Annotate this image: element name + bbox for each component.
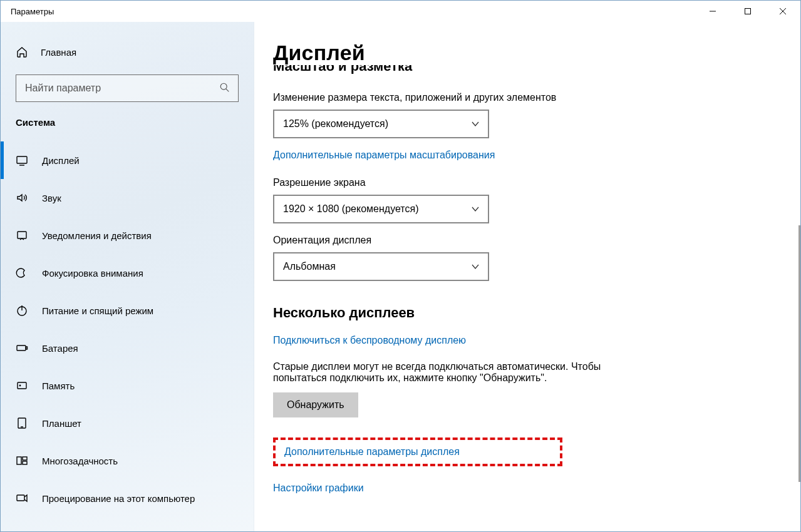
sidebar-item-label: Память [42,381,75,391]
sidebar-item-label: Питание и спящий режим [42,305,153,316]
projecting-icon [16,492,28,504]
minimize-icon [709,8,716,15]
sidebar-home[interactable]: Главная [1,39,254,64]
search-input-box[interactable] [16,74,239,102]
close-button[interactable] [765,1,800,22]
sidebar-item-multitasking[interactable]: Многозадачность [1,442,254,479]
scale-dropdown-value: 125% (рекомендуется) [283,118,388,130]
svg-point-14 [19,385,20,386]
multidisplay-hint: Старые дисплеи могут не всегда подключат… [273,361,624,384]
svg-rect-6 [17,156,27,163]
svg-rect-12 [26,347,28,349]
window-title: Параметры [11,7,54,16]
minimize-button[interactable] [695,1,730,22]
sidebar-home-label: Главная [41,47,76,58]
sidebar-item-battery[interactable]: Батарея [1,329,254,367]
orientation-dropdown-value: Альбомная [283,261,336,272]
highlight-annotation: Дополнительные параметры дисплея [273,437,562,466]
section-multidisplay-heading: Несколько дисплеев [273,305,795,321]
resolution-label: Разрешение экрана [273,177,795,188]
sidebar-item-label: Дисплей [42,155,80,166]
orientation-label: Ориентация дисплея [273,235,795,246]
search-icon [219,82,232,95]
svg-rect-17 [17,457,21,464]
tablet-icon [16,417,28,429]
sidebar-item-storage[interactable]: Память [1,367,254,404]
svg-rect-11 [17,345,26,350]
maximize-button[interactable] [730,1,765,22]
sidebar-item-projecting[interactable]: Проецирование на этот компьютер [1,479,254,517]
svg-point-4 [220,83,227,90]
svg-rect-1 [745,9,751,14]
settings-window: Параметры Главная [0,0,801,532]
chevron-down-icon [470,204,480,214]
svg-rect-18 [23,457,27,460]
chevron-down-icon [470,262,480,272]
detect-button[interactable]: Обнаружить [273,392,358,417]
sidebar-nav: Дисплей Звук Уведомления и действия [1,136,254,531]
close-icon [779,8,787,15]
display-icon [16,154,28,166]
storage-icon [16,379,28,392]
sidebar-item-label: Уведомления и действия [42,230,152,241]
window-body: Главная Система Дисплей [1,22,800,531]
multitasking-icon [16,454,28,467]
main-scroll-region[interactable]: Изменение размера текста, приложений и д… [273,92,795,531]
sidebar-item-label: Звук [42,193,61,203]
svg-rect-13 [18,382,26,389]
sidebar-item-label: Многозадачность [42,456,118,466]
section-scale-heading-partial: Масштаб и разметка [273,65,800,75]
scale-dropdown[interactable]: 125% (рекомендуется) [273,110,489,138]
titlebar: Параметры [1,1,800,22]
sidebar-item-focus[interactable]: Фокусировка внимания [1,254,254,292]
sidebar: Главная Система Дисплей [1,22,254,531]
chevron-down-icon [470,119,480,129]
sidebar-item-notifications[interactable]: Уведомления и действия [1,217,254,254]
scrollbar-thumb[interactable] [798,225,800,482]
sidebar-item-tablet[interactable]: Планшет [1,404,254,442]
search-wrap [1,64,254,102]
orientation-dropdown[interactable]: Альбомная [273,252,489,281]
notifications-icon [16,229,28,242]
sidebar-category: Система [1,102,254,136]
svg-rect-20 [17,495,24,501]
svg-rect-19 [23,461,27,464]
resolution-dropdown-value: 1920 × 1080 (рекомендуется) [283,203,418,215]
advanced-scaling-link[interactable]: Дополнительные параметры масштабирования [273,150,495,161]
sidebar-item-display[interactable]: Дисплей [1,141,254,179]
connect-wireless-display-link[interactable]: Подключиться к беспроводному дисплею [273,335,466,346]
sidebar-item-label: Проецирование на этот компьютер [42,493,195,504]
resolution-dropdown[interactable]: 1920 × 1080 (рекомендуется) [273,195,489,223]
caption-buttons [695,1,800,22]
power-icon [16,304,28,317]
battery-icon [16,342,28,354]
focus-icon [16,267,28,279]
detect-button-label: Обнаружить [287,399,344,411]
sidebar-item-label: Планшет [42,418,81,429]
graphics-settings-link[interactable]: Настройки графики [273,483,364,494]
scale-label: Изменение размера текста, приложений и д… [273,92,795,103]
maximize-icon [744,8,752,15]
main-content: Дисплей Масштаб и разметка Изменение раз… [254,22,800,531]
home-icon [16,46,28,58]
advanced-display-settings-link[interactable]: Дополнительные параметры дисплея [284,446,460,458]
search-input[interactable] [25,83,219,94]
sidebar-item-sound[interactable]: Звук [1,179,254,217]
svg-line-5 [226,89,229,92]
sound-icon [16,192,28,204]
scrollbar[interactable] [794,22,800,531]
sidebar-item-power[interactable]: Питание и спящий режим [1,292,254,329]
page-title: Дисплей [273,41,800,65]
sidebar-item-label: Батарея [42,343,78,354]
svg-rect-8 [18,232,26,238]
sidebar-item-label: Фокусировка внимания [42,268,143,279]
